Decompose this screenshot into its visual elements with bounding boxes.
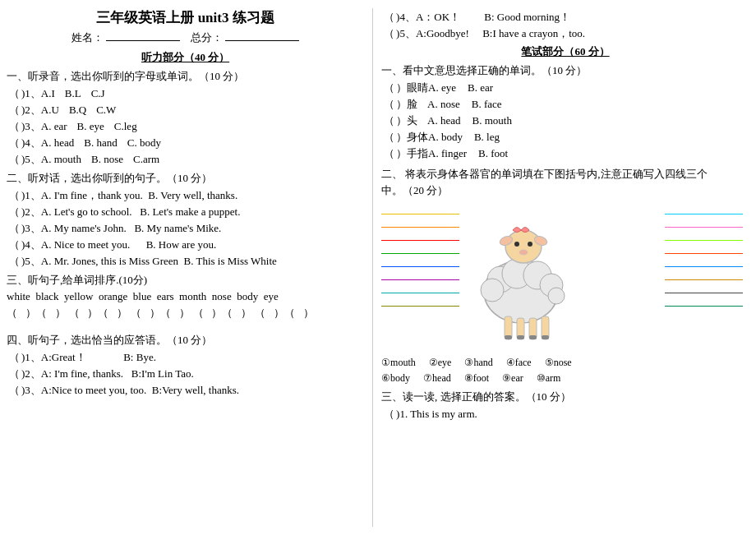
name-label: 姓名： xyxy=(71,31,104,44)
list-item: （ )4、 A. head B. hand C. body xyxy=(7,136,364,150)
list-item: （ ）眼睛 A. eye B. ear xyxy=(381,81,749,95)
listening-q2-items: （ )1、A. I'm fine，thank you. B. Very well… xyxy=(7,188,364,269)
list-item: （ )1、A:Great！ B: Bye. xyxy=(7,350,364,365)
writing-q1-items: （ ）眼睛 A. eye B. ear （ ）脸 A. nose B. face… xyxy=(381,81,749,161)
list-item: （ )1、A. I'm fine，thank you. B. Very well… xyxy=(7,188,364,203)
list-item: （ )3、A:Nice to meet you, too. B:Very wel… xyxy=(7,383,364,398)
right-lines xyxy=(665,210,743,311)
body-diagram xyxy=(381,201,743,353)
score-field[interactable] xyxy=(225,40,299,41)
svg-point-10 xyxy=(528,242,532,247)
word-sort-blanks: （ ）（ ） （ ）（ ） （ ）（ ） （ ）（ ） （ ）（ ） xyxy=(7,306,364,321)
list-item: （ ）头 A. head B. mouth xyxy=(381,113,749,128)
list-item: （ )1. This is my arm. xyxy=(381,407,749,422)
list-item: （ )2、A. Let's go to school. B. Let's mak… xyxy=(7,205,364,219)
svg-point-11 xyxy=(519,250,528,255)
list-item: （ ）身体 A. body B. leg xyxy=(381,130,749,145)
writing-q2-title: 二、 将表示身体各器官的单词填在下图括号内,注意正确写入四线三个中。（20 分） xyxy=(381,166,749,198)
word-sort-words: white black yellow orange blue ears mont… xyxy=(7,290,364,303)
list-item: （ )2、 A.U B.Q C.W xyxy=(7,103,364,118)
writing-q3: 三、读一读, 选择正确的答案。（10 分） （ )1. This is my a… xyxy=(381,390,749,422)
left-column: 三年级英语上册 unit3 练习题 姓名： 总分： 听力部分（40 分） 一、听… xyxy=(7,8,373,527)
svg-point-5 xyxy=(481,279,504,302)
listening-q3-title: 三、听句子,给单词排序.(10分) xyxy=(7,273,364,288)
listening-q1-title: 一、听录音，选出你听到的字母或单词。（10 分） xyxy=(7,69,364,84)
svg-rect-18 xyxy=(517,335,524,339)
listening-q2-title: 二、听对话，选出你听到的句子。（10 分） xyxy=(7,171,364,186)
body-part-labels-row1: ①mouth ②eye ③hand ④face ⑤nose xyxy=(381,357,749,369)
list-item: （ )5、 A. mouth B. nose C.arm xyxy=(7,152,364,167)
right-column: （ )4、A：OK！ B: Good morning！ （ )5、A:Goodb… xyxy=(373,8,749,527)
svg-rect-20 xyxy=(542,335,549,339)
writing-q2: 二、 将表示身体各器官的单词填在下图括号内,注意正确写入四线三个中。（20 分） xyxy=(381,166,749,385)
list-item: （ )5、A. Mr. Jones, this is Miss Green B.… xyxy=(7,254,364,269)
writing-q1-title: 一、看中文意思选择正确的单词。（10 分） xyxy=(381,63,749,78)
list-item: （ )3、 A. ear B. eye C.leg xyxy=(7,119,364,134)
score-label: 总分： xyxy=(191,31,223,44)
left-lines xyxy=(381,210,459,311)
list-item: （ )4、A. Nice to meet you. B. How are you… xyxy=(7,238,364,252)
listening-header: 听力部分（40 分） xyxy=(7,50,364,65)
svg-rect-17 xyxy=(505,335,512,339)
list-item: （ )3、A. My name's John. B. My name's Mik… xyxy=(7,221,364,236)
svg-rect-19 xyxy=(529,335,537,339)
writing-q3-title: 三、读一读, 选择正确的答案。（10 分） xyxy=(381,390,749,404)
listening-q4-continued: （ )4、A：OK！ B: Good morning！ （ )5、A:Goodb… xyxy=(381,10,749,41)
listening-q4-items: （ )1、A:Great！ B: Bye. （ )2、A: I'm fine, … xyxy=(7,350,364,398)
list-item: （ )5、A:Goodbye! B:I have a crayon，too. xyxy=(381,26,749,41)
name-field[interactable] xyxy=(106,40,180,41)
list-item: （ ）手指 A. finger B. foot xyxy=(381,146,749,161)
name-score-line: 姓名： 总分： xyxy=(7,30,364,45)
svg-point-9 xyxy=(514,242,519,247)
svg-point-6 xyxy=(505,230,542,263)
sheep-figure xyxy=(459,201,583,345)
listening-q4-title: 四、听句子，选出恰当的应答语。（10 分） xyxy=(7,333,364,348)
writing-header: 笔试部分（60 分） xyxy=(381,44,749,59)
svg-point-16 xyxy=(548,288,565,304)
list-item: （ ）脸 A. nose B. face xyxy=(381,97,749,112)
list-item: （ )4、A：OK！ B: Good morning！ xyxy=(381,10,749,25)
listening-q1-items: （ )1、 A.I B.L C.J （ )2、 A.U B.Q C.W （ xyxy=(7,86,364,167)
list-item: （ )2、A: I'm fine, thanks. B:I'm Lin Tao. xyxy=(7,367,364,381)
page-title: 三年级英语上册 unit3 练习题 xyxy=(7,8,364,27)
page: 三年级英语上册 unit3 练习题 姓名： 总分： 听力部分（40 分） 一、听… xyxy=(0,0,756,535)
list-item: （ )1、 A.I B.L C.J xyxy=(7,86,364,101)
body-part-labels-row2: ⑥body ⑦head ⑧foot ⑨ear ⑩arm xyxy=(381,372,749,385)
